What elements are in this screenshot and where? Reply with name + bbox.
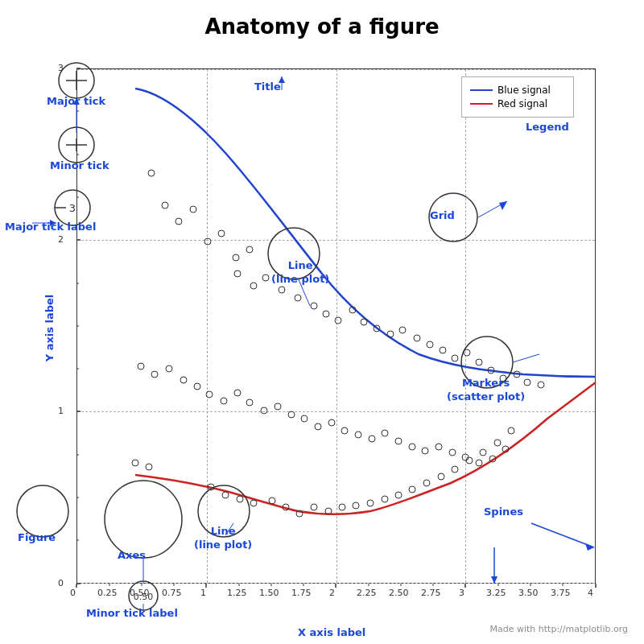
line-plot-ann: Line(line plot) (271, 259, 329, 287)
minor-tick-label-ann: Minor tick label (86, 607, 178, 619)
figure-ann: Figure (18, 531, 56, 543)
legend-item-blue: Blue signal (470, 85, 565, 96)
legend-label-red: Red signal (497, 98, 547, 109)
grid-line-v3 (465, 69, 466, 583)
x-tick-075: 0.75 (162, 588, 182, 598)
axes-ann: Axes (118, 549, 146, 561)
minor-tick-label: Minor tick (50, 159, 109, 171)
legend-ann: Legend (526, 121, 569, 133)
legend-line-red (470, 103, 493, 105)
y-tick-0: 0 (58, 578, 64, 588)
grid-line-v1 (207, 69, 208, 583)
x-tick-025: 0.25 (97, 588, 118, 598)
x-tick-4: 4 (588, 588, 593, 598)
x-tick-325: 3.25 (486, 588, 506, 598)
x-axis-label: X axis label (298, 626, 365, 638)
line-plot-ann2: Line(line plot) (194, 525, 252, 552)
x-tick-3: 3 (459, 588, 464, 598)
legend-line-blue (470, 89, 493, 91)
x-tick-375: 3.75 (551, 588, 571, 598)
x-tick-225: 2.25 (357, 588, 377, 598)
x-tick-1: 1 (200, 588, 206, 598)
y-axis-label: Y axis label (43, 295, 56, 362)
legend-label-blue: Blue signal (497, 85, 551, 96)
footer-text: Made with http://matplotlib.org (490, 624, 629, 634)
svg-point-127 (17, 485, 68, 537)
grid-line-bottom (77, 583, 595, 584)
major-tick-label-ann: Major tick label (5, 221, 96, 233)
x-tick-050: 0.50 (130, 588, 150, 598)
x-tick-150: 1.50 (259, 588, 279, 598)
x-tick-125: 1.25 (227, 588, 247, 598)
legend-box: Blue signal Red signal (461, 76, 574, 118)
y-tick-2: 2 (58, 234, 64, 245)
x-tick-0: 0 (70, 588, 76, 598)
major-tick-label: Major tick (47, 95, 105, 107)
x-tick-175: 1.75 (291, 588, 312, 598)
chart-title: Anatomy of a figure (0, 14, 644, 39)
markers-ann: Markers(scatter plot) (447, 377, 525, 404)
title-ann: Title (254, 80, 281, 93)
svg-text:3: 3 (69, 202, 76, 214)
x-tick-350: 3.50 (518, 588, 539, 598)
x-tick-2: 2 (329, 588, 335, 598)
legend-item-red: Red signal (470, 98, 565, 109)
spines-ann: Spines (484, 506, 523, 518)
y-tick-3: 3 (58, 63, 64, 73)
main-container: Anatomy of a figure (0, 0, 644, 644)
grid-ann: Grid (430, 209, 455, 221)
y-tick-1: 1 (58, 406, 64, 416)
grid-line-v2 (336, 69, 337, 583)
x-tick-250: 2.50 (389, 588, 409, 598)
x-tick-275: 2.75 (421, 588, 441, 598)
